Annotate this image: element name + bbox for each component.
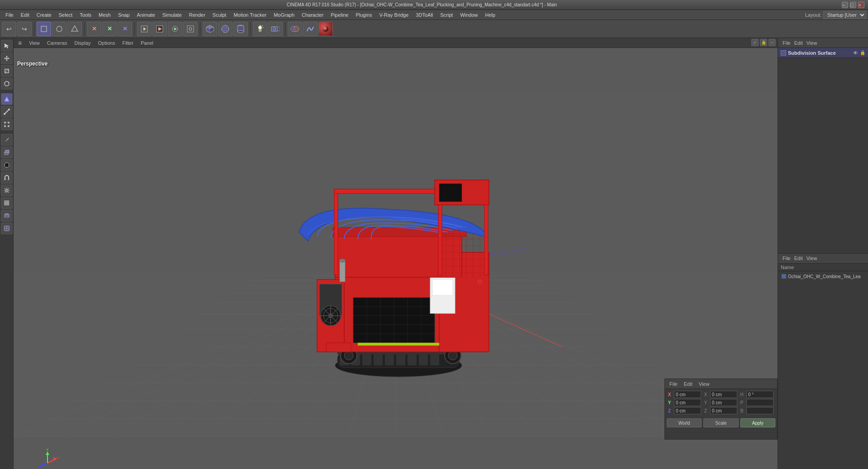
sidebar-move-tool[interactable]: [1, 52, 13, 64]
sidebar-scale-tool[interactable]: [1, 65, 13, 77]
attrs-file[interactable]: File: [667, 380, 680, 388]
sidebar-rotate-tool[interactable]: [1, 78, 13, 90]
sidebar-polygon-tool[interactable]: [1, 93, 13, 105]
menu-animate[interactable]: Animate: [133, 11, 159, 19]
z-size-field[interactable]: [710, 407, 737, 414]
menu-edit[interactable]: Edit: [17, 11, 33, 19]
menu-snap[interactable]: Snap: [114, 11, 133, 19]
viewport[interactable]: ≡ View Cameras Display Options Filter Pa…: [14, 38, 778, 469]
cube-primitive-button[interactable]: [203, 22, 217, 36]
menu-character[interactable]: Character: [298, 11, 327, 19]
scale-tool-button[interactable]: ✕: [118, 22, 132, 36]
sidebar-paint-tool[interactable]: [1, 159, 13, 171]
sidebar-extrude-tool[interactable]: [1, 147, 13, 158]
boole-button[interactable]: [288, 22, 302, 36]
viewport-display[interactable]: Display: [72, 39, 92, 47]
menu-script[interactable]: Script: [436, 11, 456, 19]
object-mode-button[interactable]: [52, 22, 66, 36]
sidebar-subdiv-tool[interactable]: [1, 223, 13, 234]
menu-select[interactable]: Select: [55, 11, 76, 19]
viewport-canvas[interactable]: X Y Z Perspective Grid Spacing : 100 cm: [14, 48, 778, 469]
camera-button[interactable]: [268, 22, 283, 36]
render-view-button[interactable]: [152, 22, 167, 36]
sidebar-grid-tool[interactable]: [1, 197, 13, 209]
rp-bottom-edit[interactable]: Edit: [792, 255, 805, 262]
menu-motion-tracker[interactable]: Motion Tracker: [230, 11, 270, 19]
deformer-button[interactable]: [303, 22, 318, 36]
menu-3dtoall[interactable]: 3DToAll: [412, 11, 436, 19]
subdivision-eye-icon[interactable]: 👁: [853, 50, 858, 56]
rp-view[interactable]: View: [805, 39, 819, 47]
world-button[interactable]: World: [667, 418, 702, 427]
x-size-field[interactable]: [710, 391, 737, 398]
sidebar-extra-tool[interactable]: [1, 210, 13, 222]
rp-file[interactable]: File: [781, 39, 792, 47]
h-rot-field[interactable]: [746, 391, 773, 398]
render-settings-button[interactable]: [183, 22, 198, 36]
menu-bar: File Edit Create Select Tools Mesh Snap …: [0, 10, 868, 20]
rp-edit[interactable]: Edit: [792, 39, 805, 47]
sidebar-magnet-tool[interactable]: [1, 172, 13, 184]
rotate-tool-button[interactable]: ✕: [102, 22, 117, 36]
viewport-sync-icon[interactable]: ↔: [768, 39, 776, 46]
menu-mesh[interactable]: Mesh: [95, 11, 114, 19]
b-rot-field[interactable]: [746, 407, 773, 414]
sidebar-settings-tool[interactable]: [1, 185, 13, 196]
sidebar-selection-tool[interactable]: [1, 40, 13, 52]
rp-bottom-view[interactable]: View: [805, 255, 819, 262]
render-active-button[interactable]: [168, 22, 182, 36]
y-size-field[interactable]: [710, 399, 737, 406]
sidebar-knife-tool[interactable]: [1, 134, 13, 146]
attrs-view[interactable]: View: [696, 380, 712, 388]
scene-objects-area[interactable]: Ochiai_OHC_W_Combine_Tea_Lea: [778, 271, 868, 469]
texture-mode-button[interactable]: [67, 22, 82, 36]
apply-button[interactable]: Apply: [740, 418, 775, 427]
light-button[interactable]: [253, 22, 267, 36]
y-position-field[interactable]: [674, 399, 701, 406]
redo-button[interactable]: ↪: [17, 22, 32, 36]
menu-vray[interactable]: V-Ray Bridge: [376, 11, 413, 19]
minimize-button[interactable]: −: [842, 2, 848, 8]
model-mode-button[interactable]: [37, 22, 51, 36]
menu-create[interactable]: Create: [33, 11, 55, 19]
menu-mograph[interactable]: MoGraph: [270, 11, 298, 19]
x-position-field[interactable]: [674, 391, 701, 398]
rp-bottom-file[interactable]: File: [781, 255, 792, 262]
sidebar-edge-tool[interactable]: [1, 106, 13, 118]
attrs-edit[interactable]: Edit: [681, 380, 695, 388]
menu-pipeline[interactable]: Pipeline: [327, 11, 352, 19]
render-region-button[interactable]: [137, 22, 152, 36]
svg-rect-23: [259, 29, 261, 32]
menu-help[interactable]: Help: [482, 11, 499, 19]
svg-point-31: [294, 26, 299, 32]
viewport-view[interactable]: View: [27, 39, 42, 47]
menu-sculpt[interactable]: Sculpt: [209, 11, 230, 19]
p-rot-field[interactable]: [746, 399, 773, 406]
layout-dropdown[interactable]: Startup [User: [823, 11, 866, 19]
move-tool-button[interactable]: ✕: [87, 22, 101, 36]
viewport-options[interactable]: Options: [96, 39, 117, 47]
subdivision-lock-icon[interactable]: 🔒: [860, 50, 865, 55]
menu-plugins[interactable]: Plugins: [352, 11, 375, 19]
scene-object-item[interactable]: Ochiai_OHC_W_Combine_Tea_Lea: [780, 273, 866, 280]
menu-render[interactable]: Render: [185, 11, 209, 19]
z-position-field[interactable]: [674, 407, 701, 414]
maximize-button[interactable]: □: [850, 2, 856, 8]
menu-window[interactable]: Window: [456, 11, 481, 19]
viewport-panel[interactable]: Panel: [139, 39, 155, 47]
material-button[interactable]: [318, 22, 333, 36]
viewport-maximize-icon[interactable]: ⤢: [751, 39, 759, 46]
menu-simulate[interactable]: Simulate: [159, 11, 185, 19]
menu-tools[interactable]: Tools: [76, 11, 95, 19]
close-button[interactable]: ×: [858, 2, 864, 8]
cylinder-primitive-button[interactable]: [233, 22, 248, 36]
viewport-lock-icon[interactable]: 🔒: [760, 39, 767, 46]
sidebar-vertex-tool[interactable]: [1, 118, 13, 130]
viewport-filter[interactable]: Filter: [120, 39, 135, 47]
viewport-cameras[interactable]: Cameras: [45, 39, 69, 47]
undo-button[interactable]: ↩: [2, 22, 16, 36]
sphere-primitive-button[interactable]: [218, 22, 232, 36]
right-panel-bottom: File Edit View Name Ochiai_OHC_W_Combine…: [778, 254, 868, 469]
menu-file[interactable]: File: [2, 11, 17, 19]
scale-button[interactable]: Scale: [703, 418, 738, 427]
